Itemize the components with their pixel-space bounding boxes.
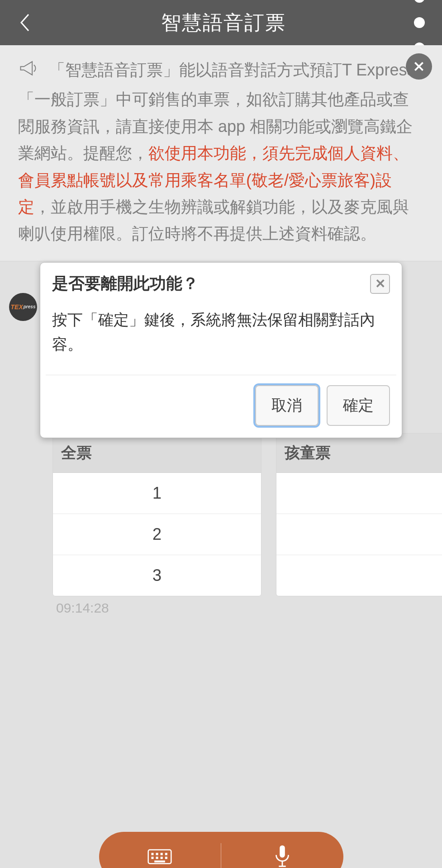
ticket-card-full: 全票 1 2 3 — [52, 433, 261, 596]
svg-rect-13 — [165, 857, 167, 859]
avatar-rest: press — [24, 304, 36, 309]
ticket-option[interactable]: 3 — [53, 555, 261, 596]
avatar-main: TEX — [11, 303, 23, 311]
message-timestamp: 09:14:28 — [56, 600, 109, 616]
cancel-button[interactable]: 取消 — [255, 385, 318, 426]
close-info-button[interactable] — [406, 53, 432, 80]
dialog-header: 是否要離開此功能？ ✕ — [40, 263, 402, 303]
svg-rect-14 — [154, 860, 165, 862]
ticket-option[interactable]: 2 — [53, 514, 261, 555]
page-title: 智慧語音訂票 — [161, 9, 286, 36]
title-bar: 智慧語音訂票 — [0, 0, 442, 45]
input-mode-bar — [99, 832, 343, 868]
svg-rect-12 — [161, 857, 163, 859]
svg-rect-10 — [152, 857, 154, 859]
ticket-option[interactable] — [276, 555, 442, 596]
confirm-button[interactable]: 確定 — [327, 385, 390, 426]
leave-confirmation-dialog: 是否要離開此功能？ ✕ 按下「確定」鍵後，系統將無法保留相關對話內容。 取消 確… — [40, 262, 402, 438]
svg-rect-9 — [165, 853, 167, 855]
dialog-title: 是否要離開此功能？ — [52, 273, 199, 295]
ticket-option[interactable] — [276, 473, 442, 514]
svg-rect-6 — [152, 853, 154, 855]
ticket-option[interactable] — [276, 514, 442, 555]
keyboard-mode-button[interactable] — [99, 832, 221, 868]
ticket-card-child: 孩童票 — [276, 433, 442, 596]
microphone-icon — [270, 844, 295, 868]
svg-rect-7 — [156, 853, 158, 855]
dialog-actions: 取消 確定 — [40, 375, 402, 438]
more-menu-button[interactable] — [410, 11, 428, 34]
ticket-row: 全票 1 2 3 孩童票 — [52, 433, 442, 596]
dialog-body: 按下「確定」鍵後，系統將無法保留相關對話內容。 — [40, 303, 402, 375]
info-text-post: ，並啟用手機之生物辨識或解鎖功能，以及麥克風與喇叭使用權限。訂位時將不再提供上述… — [18, 198, 409, 243]
keyboard-icon — [147, 844, 172, 868]
dialog-close-button[interactable]: ✕ — [370, 274, 390, 294]
svg-rect-8 — [161, 853, 163, 855]
svg-rect-15 — [280, 845, 285, 858]
ticket-head-child: 孩童票 — [276, 434, 442, 473]
announcement-icon — [18, 58, 38, 86]
ticket-head-full: 全票 — [53, 434, 261, 473]
info-banner: 「智慧語音訂票」能以語音對話方式預訂T Express「一般訂票」中可銷售的車票… — [0, 45, 442, 261]
svg-point-0 — [414, 0, 425, 3]
bot-avatar: TEXpress — [9, 293, 37, 321]
svg-rect-11 — [156, 857, 158, 859]
voice-mode-button[interactable] — [221, 832, 343, 868]
back-button[interactable] — [14, 11, 36, 34]
ticket-option[interactable]: 1 — [53, 473, 261, 514]
svg-point-1 — [414, 17, 425, 28]
